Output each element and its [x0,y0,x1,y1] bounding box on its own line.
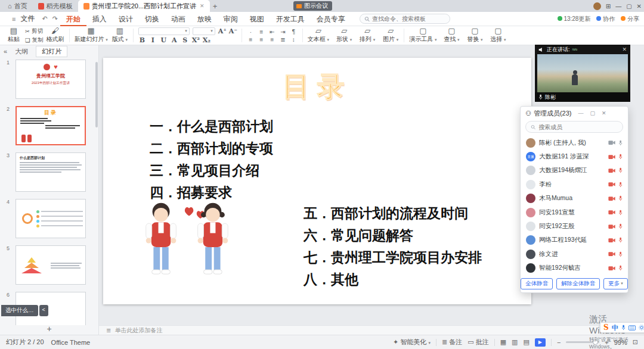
member-row[interactable]: 直播 大数据191 涉蓝深 [521,149,628,163]
slide-thumbnail-4[interactable] [16,199,86,238]
format-painter-button[interactable]: 🖌 格式刷 [45,27,66,44]
undo-icon[interactable]: ↶ [39,15,49,23]
indent-increase-icon[interactable]: ⇥ [279,29,287,35]
close-button[interactable]: ✕ [637,3,642,10]
speaker-video-feed[interactable] [537,54,628,92]
member-av-state[interactable] [608,265,623,271]
comments-toggle[interactable]: ▭ 批注 [467,338,488,347]
ime-logo[interactable]: S [603,323,609,332]
indent-decrease-icon[interactable]: ⇤ [268,29,276,35]
pin-panel-icon[interactable]: — [578,110,583,116]
toc-item[interactable]: 三．常见项目介绍 [150,159,273,181]
align-right-icon[interactable]: ≡ [268,36,276,43]
tool-button[interactable]: ▢ 查找 ▾ [441,27,462,43]
maximize-panel-icon[interactable]: ▢ [590,110,595,116]
reading-view-icon[interactable]: ▤ [523,338,529,346]
bullets-icon[interactable]: ∙ [247,29,255,35]
member-row[interactable]: 李粉 [521,177,628,191]
slide-editing-area[interactable]: 目录 一．什么是西部计划二．西部计划的专项三．常见项目介绍四．招募要求 五．西部… [103,58,531,304]
notes-toggle[interactable]: ≣ 备注 [442,338,462,347]
slide-layout-button[interactable]: ▥ 版式 ▾ [110,27,130,44]
member-row[interactable]: 徐文进 [521,247,628,261]
new-slide-button[interactable]: ▦ 新建幻灯片 ▾ [73,27,110,44]
font-style-button[interactable]: S [181,36,189,44]
member-row[interactable]: 陈彬 (主持人, 我) [521,136,628,149]
numbering-icon[interactable]: ≡ [258,29,265,35]
ribbon-tab-view[interactable]: 视图 [244,12,270,26]
font-name-select[interactable]: ▾ [138,27,190,35]
slide-thumbnail-3[interactable]: 什么是西部计划 [16,152,86,192]
new-tab-button[interactable]: + [210,2,221,11]
sync-status[interactable]: 13:28更新 [558,15,591,23]
user-avatar[interactable] [593,2,601,10]
tool-button[interactable]: ▢ 选择 ▾ [488,27,508,43]
insert-dropdown-button[interactable]: ▱ 图片 ▾ [380,27,401,43]
cut-button[interactable]: ✂剪切 [25,27,44,35]
member-av-state[interactable] [608,167,623,173]
member-av-state[interactable] [608,237,623,243]
toc-item[interactable]: 七．贵州理工学院项目办安排 [304,246,482,268]
align-center-icon[interactable]: ≡ [258,36,265,43]
tab-home[interactable]: ⌂ 首页 [2,0,33,12]
theme-name[interactable]: Office Theme [51,339,91,346]
toc-item[interactable]: 二．西部计划的专项 [150,137,273,159]
font-style-button[interactable]: U [160,36,168,44]
ribbon-tab-design[interactable]: 设计 [113,12,139,26]
slide-thumbnail-2-selected[interactable]: 目录 [16,106,86,145]
ribbon-tab-animation[interactable]: 动画 [165,12,191,26]
thumbnail-scrollbar[interactable] [95,62,98,127]
toc-list-left[interactable]: 一．什么是西部计划二．西部计划的专项三．常见项目介绍四．招募要求 [150,115,273,203]
copy-button[interactable]: ❏复制 [25,36,44,44]
ime-mic-icon[interactable] [621,325,626,331]
member-row[interactable]: 大数据194杨熠江 [521,164,628,177]
member-search-box[interactable] [525,121,623,133]
mute-all-button[interactable]: 全体静音 [521,278,553,289]
toc-item[interactable]: 六．常见问题解答 [304,224,482,246]
slide-thumbnail-1[interactable]: ♥ 贵州理工学院 2023年西部计划工作宣讲 [16,60,86,99]
toc-item[interactable]: 一．什么是西部计划 [150,115,273,137]
command-search-box[interactable] [360,14,450,24]
text-direction-icon[interactable]: ¶ [290,29,298,35]
toc-item[interactable]: 八．其他 [304,268,482,290]
font-style-button[interactable]: X₂ [203,36,210,44]
add-slide-button[interactable]: + [0,324,98,334]
ime-settings-icon[interactable] [639,325,644,331]
ribbon-tab-start[interactable]: 开始 [60,12,86,26]
close-panel-icon[interactable]: ✕ [602,110,606,116]
ribbon-tab-member[interactable]: 会员专享 [311,12,351,26]
ribbon-tab-transition[interactable]: 切换 [139,12,165,26]
justify-icon[interactable]: ≣ [279,36,287,43]
member-av-state[interactable] [608,182,623,188]
file-menu-button[interactable]: ≡ 文件 [5,14,39,24]
floating-assistant-pill[interactable]: 选中什么… < [1,305,48,316]
insert-dropdown-button[interactable]: ▱ 文本框 ▾ [306,27,331,43]
collapse-panel-icon[interactable]: « [4,48,7,55]
member-av-state[interactable] [608,195,623,201]
member-row[interactable]: 同安192王殷 [521,219,628,233]
increase-font-button[interactable]: A⁺ [218,27,226,35]
insert-dropdown-button[interactable]: ▱ 形状 ▾ [334,27,354,43]
unmute-all-button[interactable]: 解除全体静音 [556,278,600,289]
slide-sorter-view-icon[interactable]: ▥ [512,338,518,346]
member-row[interactable]: 同安191宣慧 [521,205,628,219]
member-av-state[interactable] [608,154,623,160]
member-row[interactable]: 木马Mumua [521,192,628,205]
ime-language-toggle[interactable]: 中 [612,323,618,332]
close-video-panel-icon[interactable]: ✕ [622,46,627,52]
toc-list-right[interactable]: 五．西部计划的流程及时间六．常见问题解答七．贵州理工学院项目办安排八．其他 [304,202,482,290]
member-av-state[interactable] [608,140,623,146]
font-style-button[interactable]: B [138,36,146,44]
ribbon-tab-review[interactable]: 审阅 [218,12,244,26]
member-row[interactable]: 网络工程193代延 [521,233,628,247]
more-button[interactable]: 更多 ▾ [603,278,628,289]
font-size-select[interactable]: ▾ [193,27,215,35]
member-av-state[interactable] [608,251,623,257]
layout-switch-icon[interactable]: ⊞ [606,3,611,10]
notes-bar[interactable]: ≣ 单击此处添加备注 [99,325,644,335]
minimize-button[interactable]: — [615,3,621,10]
zoom-out-button[interactable]: − [557,339,561,346]
tool-button[interactable]: ▢ 替换 ▾ [465,27,485,43]
ime-keyboard-icon[interactable] [628,325,636,331]
collapse-left-icon[interactable]: < [39,305,48,316]
member-search-input[interactable] [538,124,618,130]
